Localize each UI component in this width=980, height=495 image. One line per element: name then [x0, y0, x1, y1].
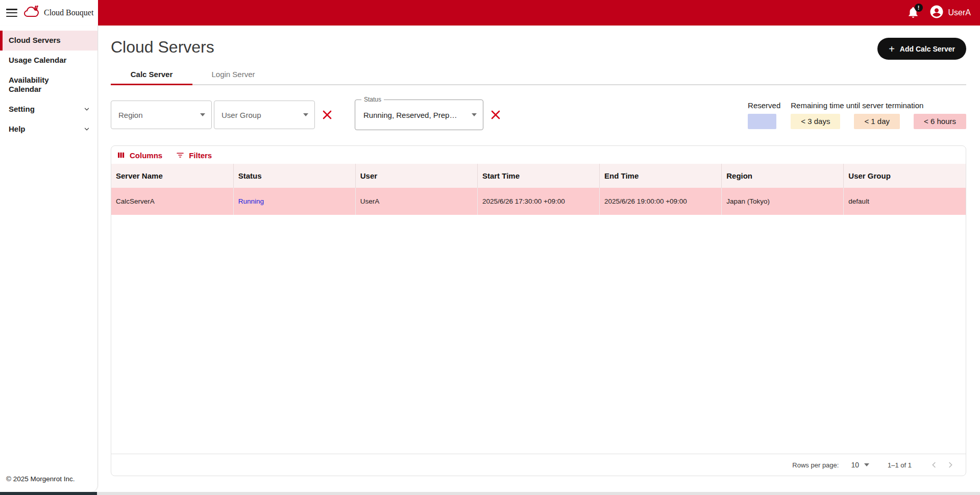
- page-title: Cloud Servers: [111, 38, 214, 57]
- sidebar-item-availability-calendar[interactable]: Availability Calendar: [0, 70, 97, 100]
- region-select[interactable]: Region: [111, 101, 212, 129]
- col-header-user[interactable]: User: [355, 164, 477, 188]
- rows-per-page-label: Rows per page:: [792, 461, 839, 469]
- cell-user-group: default: [844, 188, 966, 215]
- clear-status-filter-button[interactable]: [489, 109, 502, 121]
- tab-bar: Calc Server Login Server: [111, 65, 966, 85]
- scrollbar-thumb[interactable]: [0, 492, 97, 495]
- sidebar: Cloud Servers Usage Calendar Availabilit…: [0, 26, 98, 492]
- filters-button[interactable]: Filters: [176, 151, 212, 160]
- pagination-bar: Rows per page: 10 1–1 of 1: [111, 454, 966, 476]
- app-bar-brand-area: Cloud Bouquet: [0, 0, 98, 26]
- cell-end-time: 2025/6/26 19:00:00 +09:00: [600, 188, 722, 215]
- next-page-button[interactable]: [942, 457, 959, 473]
- sidebar-item-label: Availability Calendar: [9, 76, 80, 95]
- status-filter-value: Running, Reserved, Prep…: [363, 111, 457, 119]
- sidebar-item-label: Help: [9, 125, 26, 134]
- table-header-row: Server Name Status User Start Time End T…: [111, 164, 966, 188]
- filters-button-label: Filters: [189, 151, 212, 160]
- status-filter-label: Status: [361, 96, 384, 103]
- region-select-value: Region: [118, 111, 143, 119]
- rows-per-page-select[interactable]: 10: [851, 461, 869, 469]
- sidebar-item-label: Cloud Servers: [9, 36, 61, 45]
- pagination-range: 1–1 of 1: [888, 461, 912, 469]
- horizontal-scrollbar[interactable]: [0, 492, 980, 495]
- user-group-select[interactable]: User Group: [214, 101, 315, 129]
- legend-remaining-title: Remaining time until server termination: [791, 101, 966, 110]
- copyright: © 2025 Morgenrot Inc.: [0, 469, 97, 492]
- cell-start-time: 2025/6/26 17:30:00 +09:00: [477, 188, 599, 215]
- legend-badge-1day: < 1 day: [854, 114, 900, 129]
- cell-status-link[interactable]: Running: [238, 197, 264, 205]
- dropdown-caret-icon: [472, 113, 477, 116]
- server-table-card: Columns Filters Server Name Status User …: [111, 145, 966, 476]
- cell-server-name: CalcServerA: [111, 188, 233, 215]
- brand-name: Cloud Bouquet: [44, 8, 93, 17]
- app-bar: Cloud Bouquet ! UserA: [0, 0, 980, 26]
- server-table: Server Name Status User Start Time End T…: [111, 164, 966, 215]
- filter-icon: [176, 151, 185, 160]
- cell-region: Japan (Tokyo): [722, 188, 844, 215]
- table-empty-area: [111, 215, 966, 454]
- notification-badge: !: [915, 4, 923, 12]
- status-filter-select[interactable]: Status Running, Reserved, Prep…: [355, 100, 483, 130]
- dropdown-caret-icon: [303, 113, 308, 116]
- legend-badge-6hours: < 6 hours: [914, 114, 966, 129]
- brand[interactable]: Cloud Bouquet: [23, 5, 93, 20]
- previous-page-button[interactable]: [926, 457, 942, 473]
- chevron-down-icon: [83, 106, 90, 113]
- user-name: UserA: [948, 8, 971, 17]
- app-bar-red: ! UserA: [98, 0, 980, 26]
- bell-icon: [906, 12, 920, 20]
- col-header-server-name[interactable]: Server Name: [111, 164, 233, 188]
- sidebar-item-label: Usage Calendar: [9, 56, 66, 65]
- legend: Reserved Remaining time until server ter…: [748, 101, 966, 129]
- sidebar-item-label: Setting: [9, 105, 35, 114]
- main-content: Cloud Servers + Add Calc Server Calc Ser…: [98, 26, 980, 492]
- legend-badge-3days: < 3 days: [791, 114, 840, 129]
- sidebar-item-setting[interactable]: Setting: [0, 100, 97, 119]
- dropdown-caret-icon: [864, 463, 869, 466]
- tab-login-server[interactable]: Login Server: [192, 65, 274, 84]
- col-header-end-time[interactable]: End Time: [600, 164, 722, 188]
- notifications-button[interactable]: !: [906, 6, 921, 20]
- chevron-down-icon: [83, 126, 90, 133]
- tab-calc-server[interactable]: Calc Server: [111, 65, 192, 84]
- add-calc-server-button[interactable]: + Add Calc Server: [877, 38, 966, 60]
- col-header-status[interactable]: Status: [233, 164, 355, 188]
- menu-icon[interactable]: [6, 9, 17, 17]
- sidebar-item-usage-calendar[interactable]: Usage Calendar: [0, 51, 97, 70]
- cell-user: UserA: [355, 188, 477, 215]
- user-menu[interactable]: UserA: [929, 4, 971, 21]
- account-icon: [929, 4, 944, 21]
- sidebar-item-cloud-servers[interactable]: Cloud Servers: [0, 31, 97, 51]
- clear-region-usergroup-filter-button[interactable]: [321, 109, 333, 121]
- legend-reserved-swatch: [748, 114, 776, 129]
- rows-per-page-value: 10: [851, 461, 859, 469]
- table-row[interactable]: CalcServerA Running UserA 2025/6/26 17:3…: [111, 188, 966, 215]
- cloud-bouquet-logo-icon: [23, 5, 41, 20]
- add-calc-server-label: Add Calc Server: [900, 45, 955, 53]
- plus-icon: +: [889, 44, 895, 54]
- dropdown-caret-icon: [200, 113, 205, 116]
- columns-button-label: Columns: [130, 151, 162, 160]
- columns-button[interactable]: Columns: [116, 151, 162, 160]
- col-header-user-group[interactable]: User Group: [844, 164, 966, 188]
- columns-icon: [116, 151, 126, 160]
- sidebar-item-help[interactable]: Help: [0, 119, 97, 139]
- legend-reserved-label: Reserved: [748, 101, 780, 110]
- col-header-region[interactable]: Region: [722, 164, 844, 188]
- user-group-select-value: User Group: [222, 111, 261, 119]
- col-header-start-time[interactable]: Start Time: [477, 164, 599, 188]
